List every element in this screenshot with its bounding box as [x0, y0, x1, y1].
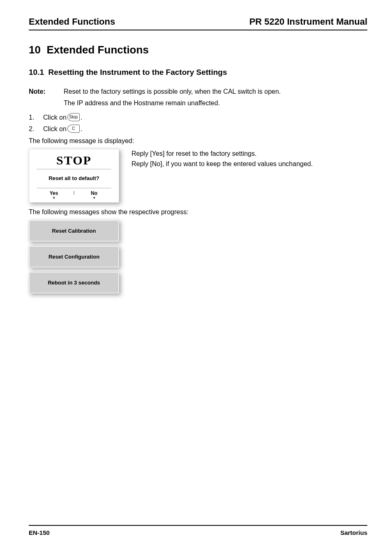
header-right: PR 5220 Instrument Manual — [249, 16, 367, 27]
yes-button-label: Yes — [50, 190, 58, 196]
stop-dialog: STOP Reset all to default? Yes ▾ No ▾ — [29, 149, 119, 203]
note-label: Note: — [29, 87, 64, 97]
reply-no-text: Reply [No], if you want to keep the ente… — [131, 159, 367, 169]
step-1: 1. Click on Stop . — [29, 113, 367, 122]
step-prefix: Click on — [43, 114, 67, 121]
section-title: Extended Functions — [46, 44, 148, 56]
progress-intro: The following messages show the respecti… — [29, 208, 367, 216]
footer-brand: Sartorius — [340, 529, 367, 536]
reply-instructions: Reply [Yes] for reset to the factory set… — [131, 149, 367, 169]
progress-message: Reset Calibration — [29, 220, 119, 242]
subsection-title: Resetting the Instrument to the Factory … — [48, 68, 227, 76]
section-heading: 10 Extended Functions — [29, 44, 367, 56]
stop-dialog-question: Reset all to default? — [37, 169, 111, 188]
page-footer: EN-150 Sartorius — [29, 525, 367, 536]
message-intro: The following message is displayed: — [29, 137, 367, 145]
step-suffix: . — [81, 125, 82, 133]
footer-page-number: EN-150 — [29, 529, 50, 536]
step-2: 2. Click on C . — [29, 125, 367, 133]
step-prefix: Click on — [43, 125, 67, 133]
no-button[interactable]: No ▾ — [74, 191, 114, 200]
subsection-heading: 10.1 Resetting the Instrument to the Fac… — [29, 68, 367, 77]
step-number: 2. — [29, 125, 43, 133]
yes-button[interactable]: Yes ▾ — [34, 191, 74, 200]
note-line-2: The IP address and the Hostname remain u… — [64, 99, 367, 107]
page-header: Extended Functions PR 5220 Instrument Ma… — [29, 16, 367, 30]
progress-message: Reboot in 3 seconds — [29, 272, 119, 294]
step-number: 1. — [29, 114, 43, 121]
note-line-1: Reset to the factory settings is possibl… — [64, 87, 367, 97]
stop-dialog-title: STOP — [37, 153, 111, 169]
no-button-label: No — [91, 190, 97, 196]
chevron-down-icon: ▾ — [74, 196, 114, 200]
note-block: Note: Reset to the factory settings is p… — [29, 87, 367, 97]
header-left: Extended Functions — [29, 16, 115, 27]
subsection-number: 10.1 — [29, 68, 44, 76]
reply-yes-text: Reply [Yes] for reset to the factory set… — [131, 149, 367, 159]
c-key-icon: C — [67, 125, 80, 133]
section-number: 10 — [29, 44, 41, 56]
chevron-down-icon: ▾ — [34, 196, 74, 200]
progress-message: Reset Configuration — [29, 246, 119, 268]
stop-key-icon: Stop — [67, 113, 80, 121]
step-suffix: . — [81, 114, 82, 121]
